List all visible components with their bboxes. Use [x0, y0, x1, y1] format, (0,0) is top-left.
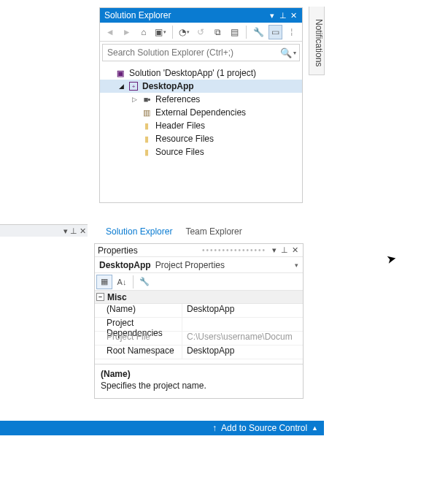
- sync-views-button[interactable]: ↺: [194, 25, 208, 39]
- header-files-label: Header Files: [155, 121, 205, 131]
- search-icon[interactable]: 🔍: [280, 47, 292, 58]
- panel-title: Solution Explorer: [103, 10, 266, 20]
- properties-object-selector[interactable]: DesktopApp Project Properties ▾: [95, 257, 303, 273]
- close-icon[interactable]: ✕: [80, 226, 86, 236]
- add-to-source-control-button[interactable]: Add to Source Control: [221, 423, 307, 433]
- solution-explorer-toolbar: ◄ ► ⌂ ▣▾ ◔▾ ↺ ⧉ ▤ 🔧 ▭ ¦: [100, 23, 302, 42]
- property-row-name[interactable]: (Name) DesktopApp: [95, 304, 303, 318]
- dropdown-chevron-icon[interactable]: ▾: [63, 226, 68, 236]
- dropdown-chevron-icon[interactable]: ▾: [295, 261, 298, 269]
- close-icon[interactable]: ✕: [288, 11, 299, 20]
- folder-icon: ▮: [141, 134, 152, 144]
- pin-icon[interactable]: ⊥: [70, 226, 77, 236]
- back-button[interactable]: ◄: [103, 25, 117, 39]
- property-key: (Name): [95, 304, 182, 317]
- references-node[interactable]: ▷ ■• References: [100, 93, 302, 106]
- solution-icon: ▣: [115, 68, 126, 78]
- solution-tree[interactable]: ▣ Solution 'DesktopApp' (1 project) ◢ + …: [100, 64, 302, 202]
- references-label: References: [155, 94, 200, 104]
- grip-icon: ••••••••••••••••: [202, 246, 266, 254]
- scope-view-button[interactable]: ▣▾: [154, 25, 168, 39]
- project-node[interactable]: ◢ + DesktopApp: [100, 80, 302, 93]
- notifications-tab[interactable]: Notifications: [309, 7, 325, 75]
- source-files-label: Source Files: [155, 147, 204, 157]
- chevron-up-icon[interactable]: ▲: [312, 424, 318, 432]
- properties-title: Properties: [98, 245, 199, 256]
- solution-explorer-panel: Solution Explorer ▾ ⊥ ✕ ◄ ► ⌂ ▣▾ ◔▾ ↺ ⧉ …: [99, 7, 303, 203]
- property-help-text: Specifies the project name.: [101, 381, 297, 391]
- solution-node[interactable]: ▣ Solution 'DesktopApp' (1 project): [100, 66, 302, 80]
- solution-explorer-search[interactable]: 🔍 ▾: [102, 44, 300, 61]
- tab-solution-explorer[interactable]: Solution Explorer: [99, 224, 179, 240]
- property-pages-button[interactable]: 🔧: [136, 275, 152, 289]
- property-row-root-namespace[interactable]: Root Namespace DesktopApp: [95, 345, 303, 359]
- property-key: Root Namespace: [95, 345, 182, 359]
- external-deps-icon: ▥: [141, 107, 152, 118]
- toolbar-overflow-icon[interactable]: ¦: [285, 25, 299, 39]
- property-value[interactable]: DesktopApp: [182, 345, 303, 359]
- separator: [246, 26, 247, 39]
- forward-button[interactable]: ►: [120, 25, 134, 39]
- properties-toolbar: ▦ A↓ 🔧: [95, 273, 303, 291]
- references-icon: ■•: [141, 94, 152, 104]
- folder-icon: ▮: [141, 121, 152, 131]
- status-bar: ↑ Add to Source Control ▲: [0, 421, 324, 435]
- collapse-all-button[interactable]: ⧉: [211, 25, 225, 39]
- header-files-node[interactable]: ▮ Header Files: [100, 119, 302, 132]
- solution-explorer-titlebar[interactable]: Solution Explorer ▾ ⊥ ✕: [100, 8, 302, 23]
- tab-team-explorer[interactable]: Team Explorer: [179, 224, 248, 240]
- dropdown-chevron-icon[interactable]: ▾: [266, 11, 277, 20]
- category-label: Misc: [107, 292, 127, 302]
- alphabetical-view-button[interactable]: A↓: [114, 275, 130, 289]
- publish-arrow-icon[interactable]: ↑: [212, 423, 217, 433]
- property-value[interactable]: DesktopApp: [182, 304, 303, 317]
- left-panel-tabstrip-stub: ▾ ⊥ ✕: [0, 224, 88, 237]
- property-help-pane: (Name) Specifies the project name.: [95, 364, 303, 398]
- property-row-dependencies[interactable]: Project Dependencies: [95, 318, 303, 332]
- search-dropdown-icon[interactable]: ▾: [293, 50, 296, 56]
- property-category-misc[interactable]: – Misc: [95, 291, 303, 304]
- mouse-cursor-icon: ➤: [385, 251, 398, 267]
- resource-files-label: Resource Files: [155, 134, 214, 144]
- properties-icon[interactable]: 🔧: [251, 25, 265, 39]
- property-value: C:\Users\username\Docum: [182, 332, 303, 345]
- properties-object-name: DesktopApp: [99, 260, 151, 270]
- dropdown-chevron-icon[interactable]: ▾: [269, 245, 279, 255]
- properties-object-type: Project Properties: [155, 260, 225, 270]
- property-help-title: (Name): [101, 369, 297, 379]
- separator: [133, 275, 134, 289]
- separator: [172, 26, 173, 39]
- pin-icon[interactable]: ⊥: [277, 11, 288, 20]
- search-input[interactable]: [106, 47, 280, 58]
- resource-files-node[interactable]: ▮ Resource Files: [100, 132, 302, 145]
- external-deps-node[interactable]: ▥ External Dependencies: [100, 106, 302, 119]
- preview-selected-button[interactable]: ▭: [268, 25, 282, 39]
- pending-changes-filter-button[interactable]: ◔▾: [177, 25, 191, 39]
- close-icon[interactable]: ✕: [290, 245, 300, 255]
- collapse-icon[interactable]: –: [96, 293, 104, 301]
- project-label: DesktopApp: [142, 81, 194, 91]
- categorized-view-button[interactable]: ▦: [96, 275, 112, 289]
- project-icon: +: [128, 81, 139, 91]
- chevron-right-icon[interactable]: ▷: [131, 96, 138, 103]
- property-value[interactable]: [182, 318, 303, 331]
- pin-icon[interactable]: ⊥: [279, 245, 290, 255]
- solution-explorer-tabstrip: Solution Explorer Team Explorer: [99, 225, 303, 240]
- show-all-files-button[interactable]: ▤: [228, 25, 241, 39]
- solution-label: Solution 'DesktopApp' (1 project): [129, 68, 256, 78]
- property-key: Project Dependencies: [95, 318, 182, 331]
- home-icon[interactable]: ⌂: [136, 25, 150, 39]
- folder-icon: ▮: [141, 147, 152, 157]
- property-row-project-file[interactable]: Project File C:\Users\username\Docum: [95, 332, 303, 345]
- properties-panel: Properties •••••••••••••••• ▾ ⊥ ✕ Deskto…: [94, 243, 304, 399]
- external-deps-label: External Dependencies: [155, 107, 246, 118]
- chevron-down-icon[interactable]: ◢: [117, 83, 125, 90]
- properties-titlebar[interactable]: Properties •••••••••••••••• ▾ ⊥ ✕: [95, 244, 303, 257]
- source-files-node[interactable]: ▮ Source Files: [100, 145, 302, 159]
- property-key: Project File: [95, 332, 182, 345]
